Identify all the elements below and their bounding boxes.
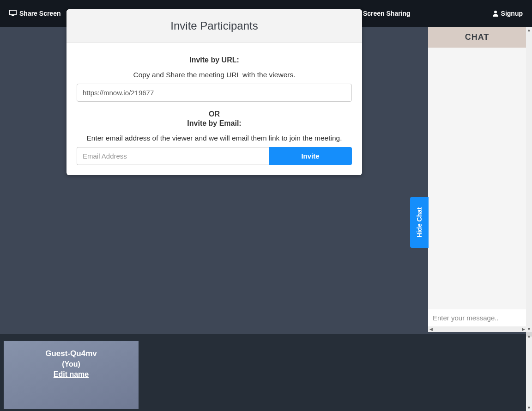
scroll-right-icon: ▶ [520, 326, 526, 332]
signup-button[interactable]: Signup [493, 10, 523, 17]
monitor-icon [9, 10, 17, 17]
user-icon [493, 10, 498, 17]
chat-header: CHAT [428, 27, 526, 48]
scroll-up-icon: ▲ [526, 27, 532, 33]
edit-name-link[interactable]: Edit name [54, 370, 89, 379]
email-description: Enter email address of the viewer and we… [77, 134, 352, 142]
svg-rect-0 [9, 10, 17, 15]
invite-card-body: Invite by URL: Copy and Share the meetin… [66, 43, 362, 175]
invite-card-title: Invite Participants [76, 19, 353, 32]
hide-chat-label: Hide Chat [416, 207, 423, 237]
hide-chat-tab[interactable]: Hide Chat [410, 197, 429, 248]
invite-by-url-heading: Invite by URL: [77, 56, 352, 64]
scroll-down-icon: ▼ [526, 326, 532, 332]
vertical-scrollbar[interactable]: ▲ ▼ ▲ ▼ [526, 27, 532, 411]
chat-panel: CHAT ◀ ▶ [428, 27, 526, 332]
chat-horizontal-scrollbar[interactable]: ◀ ▶ [428, 326, 526, 332]
or-separator: OR [77, 110, 352, 118]
svg-rect-1 [12, 15, 14, 16]
invite-by-email-heading: Invite by Email: [77, 119, 352, 128]
chat-input[interactable] [428, 309, 526, 326]
invite-button[interactable]: Invite [269, 147, 352, 165]
meeting-url-input[interactable] [77, 84, 352, 102]
svg-point-7 [494, 11, 497, 13]
chat-input-wrap [428, 309, 526, 326]
scroll-up-icon-2: ▲ [526, 333, 532, 339]
participant-name: Guest-Qu4mv [4, 349, 139, 358]
chat-body [428, 48, 526, 309]
participant-tile: Guest-Qu4mv (You) Edit name [4, 341, 139, 409]
email-input-group: Invite [77, 147, 352, 165]
participant-you-label: (You) [4, 360, 139, 368]
scroll-left-icon: ◀ [428, 326, 434, 332]
signup-label: Signup [501, 10, 523, 17]
email-field[interactable] [77, 147, 269, 165]
scroll-down-icon-2: ▼ [526, 405, 532, 411]
share-screen-label: Share Screen [19, 10, 61, 17]
invite-card-header: Invite Participants [66, 9, 362, 43]
participants-strip: Guest-Qu4mv (You) Edit name [0, 334, 526, 411]
share-screen-button[interactable]: Share Screen [9, 10, 61, 17]
url-description: Copy and Share the meeting URL with the … [77, 71, 352, 79]
invite-card: Invite Participants Invite by URL: Copy … [66, 9, 362, 175]
